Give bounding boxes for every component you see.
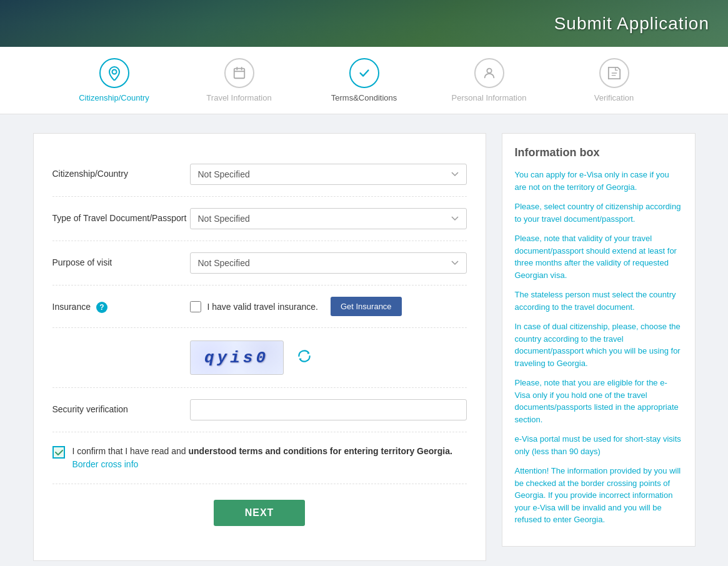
info-box-title: Information box (515, 146, 682, 159)
insurance-options: I have valid travel insurance. Get Insur… (190, 297, 467, 316)
info-item-2: Please, note that validity of your trave… (515, 232, 682, 281)
info-item-6: e-Visa portal must be used for short-sta… (515, 433, 682, 457)
captcha-row: qyis0 (52, 328, 467, 388)
security-input[interactable] (190, 399, 467, 420)
insurance-label: Insurance ? (52, 297, 190, 313)
travel-doc-control: Not Specified (190, 208, 467, 229)
captcha-text: qyis0 (204, 349, 269, 367)
security-control (190, 399, 467, 420)
info-item-7: Attention! The information provided by y… (515, 465, 682, 526)
insurance-control: I have valid travel insurance. Get Insur… (190, 297, 467, 316)
confirm-row: I confirm that I have read and understoo… (52, 432, 467, 484)
step-label-verification: Verification (594, 93, 634, 102)
travel-doc-label: Type of Travel Document/Passport (52, 208, 190, 223)
info-item-0: You can apply for e-Visa only in case if… (515, 169, 682, 193)
security-row: Security verification (52, 388, 467, 432)
step-icon-travel (224, 58, 254, 88)
step-icon-verification (599, 58, 629, 88)
stepper: Citizenship/Country Travel Information T… (0, 47, 728, 114)
purpose-select[interactable]: Not Specified (190, 252, 467, 274)
travel-doc-row: Type of Travel Document/Passport Not Spe… (52, 197, 467, 241)
main-content: Citizenship/Country Not Specified Type o… (21, 133, 708, 561)
svg-point-0 (112, 70, 116, 74)
next-button[interactable]: NEXT (214, 500, 306, 526)
get-insurance-button[interactable]: Get Insurance (331, 297, 402, 316)
svg-rect-1 (234, 69, 244, 79)
info-item-1: Please, select country of citizenship ac… (515, 201, 682, 225)
header-banner: Submit Application (0, 0, 728, 47)
step-label-terms: Terms&Conditions (331, 93, 397, 102)
info-box: Information box You can apply for e-Visa… (502, 133, 696, 547)
purpose-label: Purpose of visit (52, 252, 190, 267)
step-verification[interactable]: Verification (552, 58, 677, 102)
step-terms[interactable]: Terms&Conditions (302, 58, 427, 102)
security-label: Security verification (52, 399, 190, 414)
insurance-checkbox-label: I have valid travel insurance. (207, 302, 318, 312)
step-label-travel: Travel Information (206, 93, 271, 102)
travel-doc-select[interactable]: Not Specified (190, 208, 467, 229)
info-item-3: The stateless person must select the cou… (515, 289, 682, 313)
info-item-4: In case of dual citizenship, please, cho… (515, 320, 682, 369)
step-personal[interactable]: Personal Information (427, 58, 552, 102)
insurance-checkbox[interactable] (190, 301, 201, 312)
citizenship-control: Not Specified (190, 164, 467, 185)
confirm-text: I confirm that I have read and understoo… (72, 445, 452, 471)
citizenship-select[interactable]: Not Specified (190, 164, 467, 185)
step-label-citizenship: Citizenship/Country (79, 93, 149, 102)
step-icon-terms (349, 58, 379, 88)
confirm-text-content: I confirm that I have read and understoo… (72, 446, 452, 456)
captcha-image: qyis0 (190, 340, 284, 375)
form-area: Citizenship/Country Not Specified Type o… (33, 133, 486, 561)
border-cross-link[interactable]: Border cross info (72, 459, 139, 469)
citizenship-row: Citizenship/Country Not Specified (52, 152, 467, 197)
step-travel[interactable]: Travel Information (177, 58, 302, 102)
step-icon-personal (474, 58, 504, 88)
insurance-row: Insurance ? I have valid travel insuranc… (52, 285, 467, 328)
citizenship-label: Citizenship/Country (52, 164, 190, 179)
captcha-refresh-icon[interactable] (296, 348, 312, 368)
svg-point-2 (487, 69, 491, 73)
step-icon-citizenship (99, 58, 129, 88)
step-label-personal: Personal Information (452, 93, 527, 102)
step-citizenship[interactable]: Citizenship/Country (52, 58, 177, 102)
purpose-control: Not Specified (190, 252, 467, 274)
page-title: Submit Application (554, 14, 709, 34)
info-item-5: Please, note that you are eligible for t… (515, 377, 682, 425)
purpose-row: Purpose of visit Not Specified (52, 241, 467, 285)
insurance-help-icon[interactable]: ? (96, 302, 107, 313)
confirm-checkbox[interactable] (52, 446, 65, 459)
next-row: NEXT (52, 484, 467, 542)
